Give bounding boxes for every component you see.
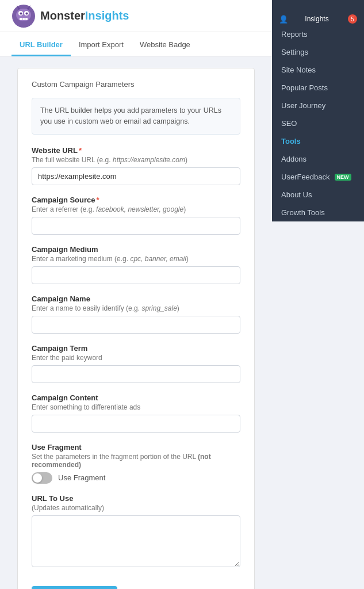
website-url-input[interactable] bbox=[32, 167, 240, 185]
campaign-source-desc: Enter a referrer (e.g. facebook, newslet… bbox=[32, 205, 240, 213]
campaign-term-input[interactable] bbox=[32, 365, 240, 383]
svg-rect-6 bbox=[20, 18, 22, 20]
url-to-use-group: URL To Use (Updates automatically) bbox=[32, 494, 240, 569]
website-url-desc: The full website URL (e.g. https://examp… bbox=[32, 156, 240, 164]
use-fragment-desc: Set the parameters in the fragment porti… bbox=[32, 453, 240, 469]
menu-item-tools[interactable]: Tools bbox=[272, 132, 364, 150]
svg-rect-8 bbox=[25, 18, 28, 20]
url-to-use-textarea[interactable] bbox=[32, 515, 240, 567]
card-title: Custom Campaign Parameters bbox=[32, 80, 240, 89]
campaign-term-label: Campaign Term bbox=[32, 344, 240, 353]
svg-point-5 bbox=[26, 12, 28, 14]
insights-menu-label: Insights bbox=[305, 15, 328, 23]
use-fragment-label: Use Fragment bbox=[32, 443, 240, 452]
campaign-medium-input[interactable] bbox=[32, 266, 240, 284]
campaign-name-group: Campaign Name Enter a name to easily ide… bbox=[32, 294, 240, 334]
campaign-medium-label: Campaign Medium bbox=[32, 245, 240, 254]
insights-badge: 5 bbox=[348, 14, 357, 24]
website-url-label: Website URL* bbox=[32, 146, 240, 155]
menu-item-site-notes[interactable]: Site Notes bbox=[272, 61, 364, 79]
menu-item-growth-tools[interactable]: Growth Tools bbox=[272, 204, 364, 221]
campaign-name-input[interactable] bbox=[32, 316, 240, 334]
toggle-row: Use Fragment bbox=[32, 472, 240, 484]
menu-item-user-journey[interactable]: User Journey bbox=[272, 97, 364, 114]
url-to-use-desc: (Updates automatically) bbox=[32, 504, 240, 512]
svg-rect-7 bbox=[22, 18, 25, 20]
campaign-content-input[interactable] bbox=[32, 415, 240, 433]
toggle-knob bbox=[33, 473, 42, 483]
logo-text: MonsterInsights bbox=[40, 9, 129, 22]
campaign-source-input[interactable] bbox=[32, 217, 240, 235]
menu-item-reports[interactable]: Reports bbox=[272, 25, 364, 43]
dropdown-menu: 👤 Insights 5 ReportsSettingsSite NotesPo… bbox=[272, 0, 364, 221]
campaign-name-label: Campaign Name bbox=[32, 294, 240, 303]
menu-items-container: ReportsSettingsSite NotesPopular PostsUs… bbox=[272, 25, 364, 221]
use-fragment-toggle[interactable] bbox=[32, 472, 52, 484]
sub-nav: URL BuilderImport ExportWebsite Badge bbox=[0, 32, 272, 56]
menu-header-bar[interactable]: 👤 Insights 5 bbox=[272, 13, 364, 25]
svg-point-4 bbox=[20, 12, 22, 14]
menu-item-addons[interactable]: Addons bbox=[272, 150, 364, 168]
url-to-use-label: URL To Use bbox=[32, 494, 240, 503]
tab-website-badge[interactable]: Website Badge bbox=[132, 32, 198, 56]
campaign-card: Custom Campaign Parameters The URL build… bbox=[17, 68, 255, 589]
campaign-source-group: Campaign Source* Enter a referrer (e.g. … bbox=[32, 196, 240, 235]
menu-item-settings[interactable]: Settings bbox=[272, 43, 364, 61]
menu-item-userfeedback[interactable]: UserFeedbackNEW bbox=[272, 168, 364, 186]
campaign-term-desc: Enter the paid keyword bbox=[32, 354, 240, 362]
tab-url-builder[interactable]: URL Builder bbox=[12, 32, 71, 56]
campaign-medium-group: Campaign Medium Enter a marketing medium… bbox=[32, 245, 240, 284]
menu-item-about-us[interactable]: About Us bbox=[272, 186, 364, 204]
copy-to-clipboard-button[interactable]: Copy to Clipboard bbox=[32, 586, 117, 590]
website-url-group: Website URL* The full website URL (e.g. … bbox=[32, 146, 240, 185]
toggle-label: Use Fragment bbox=[58, 473, 105, 482]
main-content: Custom Campaign Parameters The URL build… bbox=[0, 56, 272, 589]
use-fragment-group: Use Fragment Set the parameters in the f… bbox=[32, 443, 240, 484]
logo-icon bbox=[12, 4, 36, 28]
menu-item-seo[interactable]: SEO bbox=[272, 114, 364, 132]
person-icon: 👤 bbox=[279, 15, 288, 24]
campaign-content-label: Campaign Content bbox=[32, 393, 240, 402]
campaign-content-group: Campaign Content Enter something to diff… bbox=[32, 393, 240, 433]
tab-import-export[interactable]: Import Export bbox=[71, 32, 132, 56]
campaign-content-desc: Enter something to differentiate ads bbox=[32, 403, 240, 411]
campaign-name-desc: Enter a name to easily identify (e.g. sp… bbox=[32, 304, 240, 312]
campaign-source-label: Campaign Source* bbox=[32, 196, 240, 204]
sub-nav-tabs: URL BuilderImport ExportWebsite Badge bbox=[12, 32, 198, 56]
campaign-term-group: Campaign Term Enter the paid keyword bbox=[32, 344, 240, 383]
logo-area: MonsterInsights bbox=[12, 4, 129, 28]
campaign-medium-desc: Enter a marketing medium (e.g. cpc, bann… bbox=[32, 255, 240, 263]
menu-item-popular-posts[interactable]: Popular Posts bbox=[272, 79, 364, 97]
info-box: The URL builder helps you add parameters… bbox=[32, 98, 240, 135]
